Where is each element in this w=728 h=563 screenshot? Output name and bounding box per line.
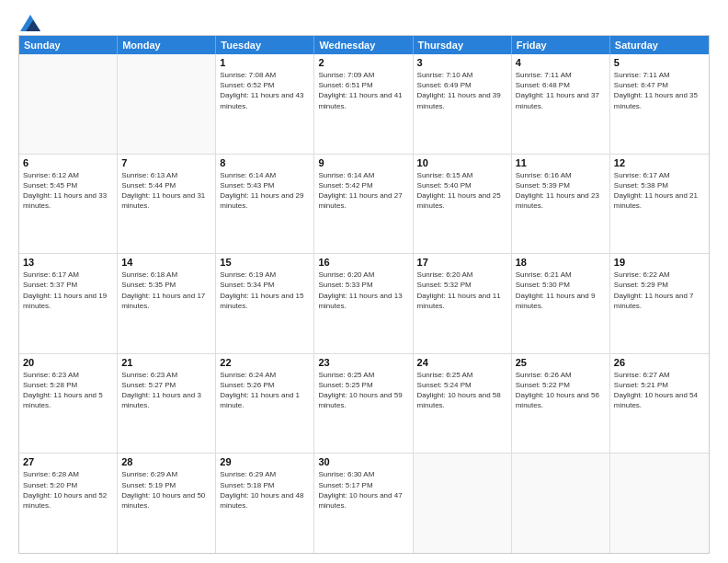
calendar-row-2: 13Sunrise: 6:17 AM Sunset: 5:37 PM Dayli… — [19, 254, 709, 354]
day-number: 2 — [318, 57, 408, 68]
day-detail: Sunrise: 6:24 AM Sunset: 5:26 PM Dayligh… — [220, 370, 310, 411]
day-detail: Sunrise: 6:20 AM Sunset: 5:32 PM Dayligh… — [417, 270, 507, 311]
day-cell-25: 25Sunrise: 6:26 AM Sunset: 5:22 PM Dayli… — [512, 354, 610, 454]
day-number: 16 — [318, 257, 408, 268]
day-number: 1 — [220, 57, 310, 68]
day-detail: Sunrise: 6:30 AM Sunset: 5:17 PM Dayligh… — [318, 469, 408, 511]
day-cell-24: 24Sunrise: 6:25 AM Sunset: 5:24 PM Dayli… — [414, 354, 512, 454]
calendar-row-0: 1Sunrise: 7:08 AM Sunset: 6:52 PM Daylig… — [19, 54, 709, 155]
day-cell-4: 4Sunrise: 7:11 AM Sunset: 6:48 PM Daylig… — [512, 54, 610, 154]
day-detail: Sunrise: 7:10 AM Sunset: 6:49 PM Dayligh… — [417, 70, 507, 111]
day-number: 29 — [220, 456, 310, 467]
day-detail: Sunrise: 6:17 AM Sunset: 5:38 PM Dayligh… — [614, 170, 705, 212]
day-cell-1: 1Sunrise: 7:08 AM Sunset: 6:52 PM Daylig… — [216, 54, 314, 154]
page: SundayMondayTuesdayWednesdayThursdayFrid… — [0, 0, 728, 563]
weekday-header-sunday: Sunday — [19, 36, 118, 54]
day-cell-28: 28Sunrise: 6:29 AM Sunset: 5:19 PM Dayli… — [118, 454, 216, 553]
day-cell-10: 10Sunrise: 6:15 AM Sunset: 5:40 PM Dayli… — [414, 155, 512, 254]
calendar: SundayMondayTuesdayWednesdayThursdayFrid… — [18, 35, 710, 554]
day-number: 4 — [516, 57, 606, 68]
empty-cell-0-0 — [19, 54, 118, 154]
day-cell-16: 16Sunrise: 6:20 AM Sunset: 5:33 PM Dayli… — [314, 254, 413, 353]
calendar-body: 1Sunrise: 7:08 AM Sunset: 6:52 PM Daylig… — [19, 54, 709, 553]
logo-icon — [20, 15, 40, 31]
day-number: 5 — [614, 57, 705, 68]
calendar-header: SundayMondayTuesdayWednesdayThursdayFrid… — [19, 36, 709, 54]
day-cell-29: 29Sunrise: 6:29 AM Sunset: 5:18 PM Dayli… — [216, 454, 314, 553]
day-detail: Sunrise: 6:28 AM Sunset: 5:20 PM Dayligh… — [23, 469, 113, 511]
empty-cell-4-4 — [414, 454, 512, 553]
weekday-header-thursday: Thursday — [414, 36, 512, 54]
day-detail: Sunrise: 6:29 AM Sunset: 5:18 PM Dayligh… — [220, 469, 310, 511]
day-detail: Sunrise: 7:09 AM Sunset: 6:51 PM Dayligh… — [318, 70, 408, 111]
day-detail: Sunrise: 6:20 AM Sunset: 5:33 PM Dayligh… — [318, 270, 408, 311]
day-cell-7: 7Sunrise: 6:13 AM Sunset: 5:44 PM Daylig… — [118, 155, 216, 254]
day-detail: Sunrise: 6:29 AM Sunset: 5:19 PM Dayligh… — [121, 469, 211, 511]
day-number: 17 — [417, 257, 507, 268]
weekday-header-wednesday: Wednesday — [314, 36, 413, 54]
day-detail: Sunrise: 6:25 AM Sunset: 5:25 PM Dayligh… — [318, 370, 408, 411]
day-detail: Sunrise: 6:15 AM Sunset: 5:40 PM Dayligh… — [417, 170, 507, 212]
day-cell-15: 15Sunrise: 6:19 AM Sunset: 5:34 PM Dayli… — [216, 254, 314, 353]
day-number: 30 — [318, 456, 408, 467]
day-number: 13 — [23, 257, 113, 268]
day-number: 3 — [417, 57, 507, 68]
day-number: 23 — [318, 357, 408, 368]
calendar-row-1: 6Sunrise: 6:12 AM Sunset: 5:45 PM Daylig… — [19, 155, 709, 255]
day-detail: Sunrise: 6:18 AM Sunset: 5:35 PM Dayligh… — [121, 270, 211, 311]
day-detail: Sunrise: 6:25 AM Sunset: 5:24 PM Dayligh… — [417, 370, 507, 411]
day-detail: Sunrise: 7:08 AM Sunset: 6:52 PM Dayligh… — [220, 70, 310, 111]
day-number: 6 — [23, 157, 113, 168]
day-detail: Sunrise: 6:14 AM Sunset: 5:43 PM Dayligh… — [220, 170, 310, 212]
day-number: 27 — [23, 456, 113, 467]
day-detail: Sunrise: 6:27 AM Sunset: 5:21 PM Dayligh… — [614, 370, 705, 411]
day-cell-14: 14Sunrise: 6:18 AM Sunset: 5:35 PM Dayli… — [118, 254, 216, 353]
day-cell-2: 2Sunrise: 7:09 AM Sunset: 6:51 PM Daylig… — [314, 54, 413, 154]
day-number: 7 — [121, 157, 211, 168]
day-number: 21 — [121, 357, 211, 368]
day-number: 22 — [220, 357, 310, 368]
weekday-header-friday: Friday — [512, 36, 610, 54]
day-cell-30: 30Sunrise: 6:30 AM Sunset: 5:17 PM Dayli… — [314, 454, 413, 553]
day-cell-12: 12Sunrise: 6:17 AM Sunset: 5:38 PM Dayli… — [610, 155, 709, 254]
day-cell-11: 11Sunrise: 6:16 AM Sunset: 5:39 PM Dayli… — [512, 155, 610, 254]
day-cell-13: 13Sunrise: 6:17 AM Sunset: 5:37 PM Dayli… — [19, 254, 118, 353]
day-cell-27: 27Sunrise: 6:28 AM Sunset: 5:20 PM Dayli… — [19, 454, 118, 553]
day-detail: Sunrise: 6:21 AM Sunset: 5:30 PM Dayligh… — [516, 270, 606, 311]
day-cell-17: 17Sunrise: 6:20 AM Sunset: 5:32 PM Dayli… — [414, 254, 512, 353]
day-detail: Sunrise: 6:26 AM Sunset: 5:22 PM Dayligh… — [516, 370, 606, 411]
day-number: 11 — [516, 157, 606, 168]
day-cell-23: 23Sunrise: 6:25 AM Sunset: 5:25 PM Dayli… — [314, 354, 413, 454]
day-number: 10 — [417, 157, 507, 168]
day-detail: Sunrise: 6:16 AM Sunset: 5:39 PM Dayligh… — [516, 170, 606, 212]
day-detail: Sunrise: 6:23 AM Sunset: 5:28 PM Dayligh… — [23, 370, 113, 411]
day-number: 9 — [318, 157, 408, 168]
empty-cell-0-1 — [118, 54, 216, 154]
day-cell-19: 19Sunrise: 6:22 AM Sunset: 5:29 PM Dayli… — [610, 254, 709, 353]
day-cell-3: 3Sunrise: 7:10 AM Sunset: 6:49 PM Daylig… — [414, 54, 512, 154]
day-detail: Sunrise: 7:11 AM Sunset: 6:47 PM Dayligh… — [614, 70, 705, 111]
weekday-header-monday: Monday — [118, 36, 216, 54]
day-number: 14 — [121, 257, 211, 268]
calendar-row-3: 20Sunrise: 6:23 AM Sunset: 5:28 PM Dayli… — [19, 354, 709, 454]
day-cell-26: 26Sunrise: 6:27 AM Sunset: 5:21 PM Dayli… — [610, 354, 709, 454]
day-cell-6: 6Sunrise: 6:12 AM Sunset: 5:45 PM Daylig… — [19, 155, 118, 254]
day-cell-5: 5Sunrise: 7:11 AM Sunset: 6:47 PM Daylig… — [610, 54, 709, 154]
day-cell-8: 8Sunrise: 6:14 AM Sunset: 5:43 PM Daylig… — [216, 155, 314, 254]
day-number: 18 — [516, 257, 606, 268]
calendar-row-4: 27Sunrise: 6:28 AM Sunset: 5:20 PM Dayli… — [19, 454, 709, 553]
day-number: 25 — [516, 357, 606, 368]
header — [18, 15, 710, 29]
day-cell-20: 20Sunrise: 6:23 AM Sunset: 5:28 PM Dayli… — [19, 354, 118, 454]
day-number: 28 — [121, 456, 211, 467]
day-cell-21: 21Sunrise: 6:23 AM Sunset: 5:27 PM Dayli… — [118, 354, 216, 454]
day-detail: Sunrise: 7:11 AM Sunset: 6:48 PM Dayligh… — [516, 70, 606, 111]
day-detail: Sunrise: 6:14 AM Sunset: 5:42 PM Dayligh… — [318, 170, 408, 212]
day-detail: Sunrise: 6:22 AM Sunset: 5:29 PM Dayligh… — [614, 270, 705, 311]
day-number: 20 — [23, 357, 113, 368]
day-cell-9: 9Sunrise: 6:14 AM Sunset: 5:42 PM Daylig… — [314, 155, 413, 254]
logo — [18, 15, 40, 29]
day-detail: Sunrise: 6:19 AM Sunset: 5:34 PM Dayligh… — [220, 270, 310, 311]
day-detail: Sunrise: 6:23 AM Sunset: 5:27 PM Dayligh… — [121, 370, 211, 411]
day-number: 12 — [614, 157, 705, 168]
